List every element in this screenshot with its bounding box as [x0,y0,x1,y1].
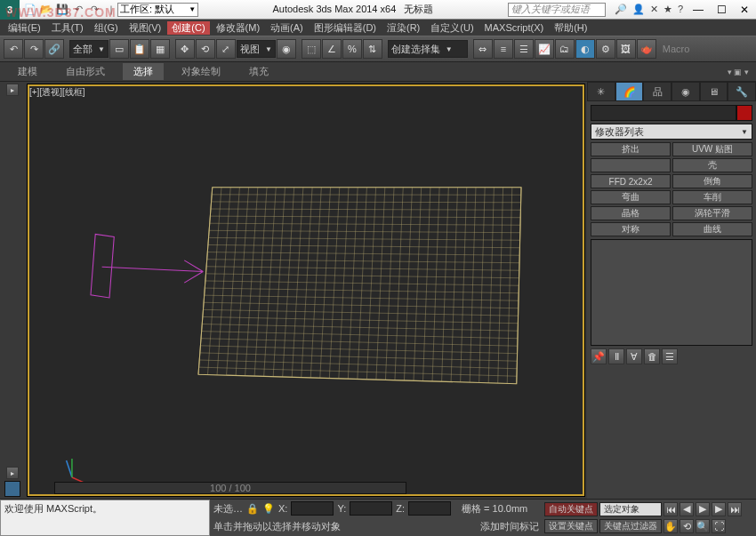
modifier-list-combo[interactable]: 修改器列表▼ [591,124,752,140]
ribbon-tab-populate[interactable]: 填充 [238,63,279,80]
prev-frame-icon[interactable]: ◀ [680,502,694,516]
menu-grapheditors[interactable]: 图形编辑器(D) [310,21,381,35]
show-end-result-icon[interactable]: Ⅱ [608,348,624,364]
move-button[interactable]: ✥ [175,39,195,59]
viewport-thumbnail[interactable] [4,481,20,497]
menu-help[interactable]: 帮助(H) [550,21,591,35]
snap-toggle[interactable]: ⬚ [302,39,321,59]
material-editor-button[interactable]: ◐ [575,39,595,59]
menu-create[interactable]: 创建(C) [167,21,209,35]
object-name-input[interactable] [591,105,736,121]
tab-modify[interactable]: 🌈 [615,82,644,101]
save-icon[interactable]: 💾 [55,3,69,17]
mod-chamfer[interactable]: 倒角 [672,174,752,188]
ribbon-flyout-icon[interactable]: ▾ ▣ ▾ [728,68,749,76]
mod-turbosmooth[interactable]: 涡轮平滑 [672,206,752,220]
time-slider[interactable]: 100 / 100 [54,482,406,494]
isolate-icon[interactable]: 💡 [262,503,275,515]
render-frame-button[interactable]: 🖼 [616,39,636,59]
select-region-button[interactable]: ▦ [150,39,170,59]
mod-uvwmap[interactable]: UVW 贴图 [672,142,752,156]
redo-icon[interactable]: ↷ [87,3,101,17]
menu-tools[interactable]: 工具(T) [47,21,88,35]
mod-bend[interactable]: 弯曲 [591,190,671,204]
help-search-input[interactable]: 键入关键字或短语 [508,3,606,17]
align-button[interactable]: ≡ [494,39,513,59]
add-time-tag[interactable]: 添加时间标记 [480,520,539,533]
mod-spline[interactable]: 曲线 [672,222,752,236]
angle-snap-toggle[interactable]: ∠ [322,39,342,59]
mod-blank[interactable] [591,158,671,172]
menu-maxscript[interactable]: MAXScript(X) [480,22,549,33]
menu-views[interactable]: 视图(V) [125,21,166,35]
tab-utilities[interactable]: 🔧 [728,82,756,101]
orbit-view-icon[interactable]: ⟲ [680,519,694,533]
mod-symmetry[interactable]: 对称 [591,222,671,236]
menu-group[interactable]: 组(G) [90,21,123,35]
configure-sets-icon[interactable]: ☰ [662,348,678,364]
next-frame-icon[interactable]: ▶ [712,502,726,516]
maxscript-listener[interactable]: 欢迎使用 MAXScript。 [0,500,210,536]
pivot-button[interactable]: ◉ [277,39,296,59]
search-icon[interactable]: 🔎 [615,4,627,15]
menu-rendering[interactable]: 渲染(R) [382,21,424,35]
redo-button[interactable]: ↷ [24,39,44,59]
goto-end-icon[interactable]: ⏭ [728,502,742,516]
ribbon-tab-selection[interactable]: 选择 [123,63,164,80]
mod-ffd[interactable]: FFD 2x2x2 [591,174,671,188]
undo-icon[interactable]: ↶ [71,3,85,17]
object-color-swatch[interactable] [736,105,752,121]
ribbon-tab-freeform[interactable]: 自由形式 [55,63,116,80]
undo-button[interactable]: ↶ [4,39,23,59]
workspace-selector[interactable]: 工作区: 默认 ▼ [117,3,198,17]
tab-hierarchy[interactable]: 品 [643,82,672,101]
menu-customize[interactable]: 自定义(U) [426,21,478,35]
viewport-label[interactable]: [+][透视][线框] [29,86,85,99]
scale-button[interactable]: ⤢ [216,39,236,59]
key-filters-button[interactable]: 关键点过滤器 [599,519,662,533]
lock-icon[interactable]: 🔒 [246,503,259,515]
ref-coord-system[interactable]: 视图▼ [237,40,276,58]
mod-extrude[interactable]: 挤出 [591,142,671,156]
coord-x-input[interactable] [291,501,334,516]
menu-edit[interactable]: 编辑(E) [4,21,45,35]
open-icon[interactable]: 📂 [39,3,53,17]
tab-display[interactable]: 🖥 [700,82,728,101]
exchange-icon[interactable]: ✕ [650,4,658,15]
viewport[interactable]: [+][透视][线框] [27,84,585,497]
help-icon[interactable]: ? [678,4,683,15]
pan-view-icon[interactable]: ✋ [664,519,678,533]
goto-start-icon[interactable]: ⏮ [664,502,678,516]
percent-snap-toggle[interactable]: % [342,39,362,59]
coord-y-input[interactable] [350,501,392,516]
auto-key-button[interactable]: 自动关键点 [544,502,598,516]
schematic-button[interactable]: 🗂 [555,39,575,59]
app-logo[interactable]: 3 [0,0,20,20]
ribbon-tab-objectpaint[interactable]: 对象绘制 [171,63,231,80]
link-button[interactable]: 🔗 [44,39,64,59]
selection-filter[interactable]: 全部▼ [69,40,109,58]
select-name-button[interactable]: 📋 [130,39,149,59]
expand-track-icon[interactable]: ▸ [6,84,19,96]
mod-shell[interactable]: 壳 [672,158,752,172]
expand-bottom-icon[interactable]: ▸ [6,467,19,479]
tab-motion[interactable]: ◉ [672,82,700,101]
mod-lattice[interactable]: 晶格 [591,206,671,220]
new-icon[interactable]: 📄 [23,3,37,17]
render-button[interactable]: 🫖 [637,39,656,59]
zoom-view-icon[interactable]: 🔍 [696,519,710,533]
coord-z-input[interactable] [408,501,451,516]
rotate-button[interactable]: ⟲ [196,39,215,59]
close-button[interactable]: ✕ [733,1,756,19]
pin-stack-icon[interactable]: 📌 [591,348,607,364]
mirror-button[interactable]: ⇔ [473,39,493,59]
max-toggle-icon[interactable]: ⛶ [712,519,726,533]
make-unique-icon[interactable]: ∀ [626,348,642,364]
curve-editor-button[interactable]: 📈 [535,39,554,59]
menu-modifiers[interactable]: 修改器(M) [212,21,265,35]
mod-lathe[interactable]: 车削 [672,190,752,204]
key-target-combo[interactable]: 选定对象 [599,502,662,516]
spinner-snap-toggle[interactable]: ⇅ [363,39,382,59]
minimize-button[interactable]: — [687,1,710,19]
menu-animation[interactable]: 动画(A) [266,21,308,35]
